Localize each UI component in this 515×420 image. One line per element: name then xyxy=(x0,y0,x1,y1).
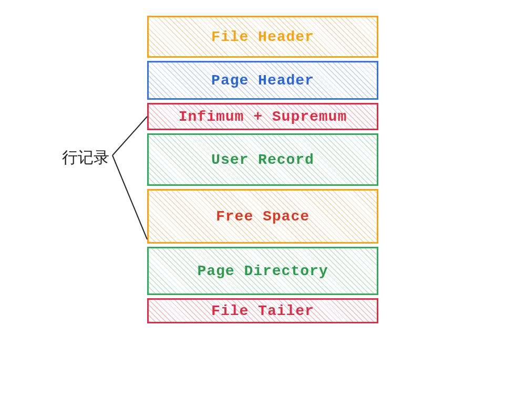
block-label: File Tailer xyxy=(211,303,314,319)
connector-line-top xyxy=(112,117,147,155)
annotation-row-records: 行记录 xyxy=(62,147,109,169)
block-label: Infimum + Supremum xyxy=(179,109,347,125)
block-label: Page Header xyxy=(211,72,314,89)
block-file-header: File Header xyxy=(147,16,378,58)
connector-line-bottom xyxy=(112,155,147,239)
block-user-record: User Record xyxy=(147,133,378,186)
page-structure-diagram: File Header Page Header Infimum + Suprem… xyxy=(147,16,378,327)
block-label: User Record xyxy=(211,152,314,168)
block-page-directory: Page Directory xyxy=(147,247,378,295)
block-free-space: Free Space xyxy=(147,189,378,244)
block-file-tailer: File Tailer xyxy=(147,298,378,323)
block-infimum-supremum: Infimum + Supremum xyxy=(147,103,378,130)
block-label: Free Space xyxy=(216,208,310,225)
block-label: File Header xyxy=(211,29,314,45)
block-label: Page Directory xyxy=(197,263,328,279)
block-page-header: Page Header xyxy=(147,61,378,100)
